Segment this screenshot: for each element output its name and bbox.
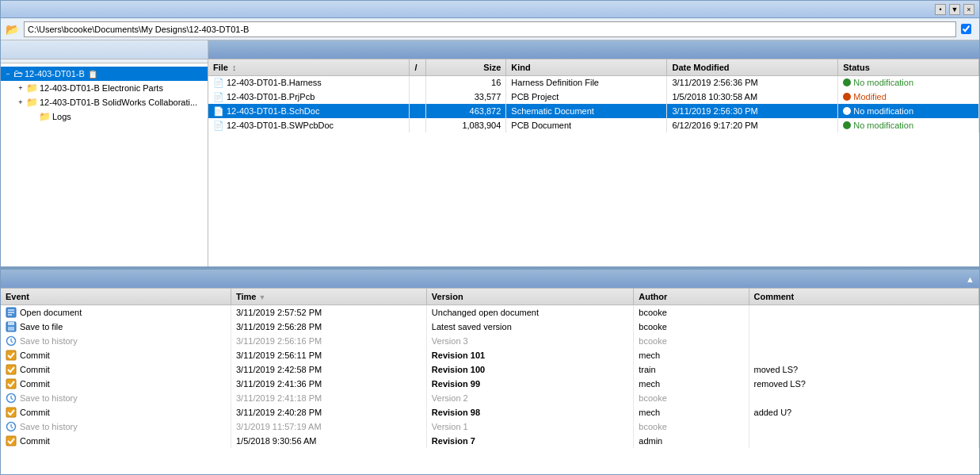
main-area: − 🗁 12-403-DT01-B 📋 + 📁 12-403-DT01-B El… — [1, 40, 979, 268]
timeline-table: Event Time ▼ Version Author Comment Open… — [1, 289, 979, 448]
file-sep-cell — [410, 118, 425, 132]
timeline-version-cell: Version 1 — [426, 419, 633, 434]
timeline-author-cell: train — [634, 362, 749, 377]
file-row-2[interactable]: 📄12-403-DT01-B.SchDoc 463,872 Schematic … — [208, 104, 979, 118]
timeline-header-row: Event Time ▼ Version Author Comment — [1, 289, 979, 305]
col-author[interactable]: Author — [634, 289, 749, 305]
timeline-comment-cell — [749, 391, 978, 405]
timeline-row-6[interactable]: Save to history 3/11/2019 2:41:18 PM Ver… — [1, 391, 979, 405]
timeline-version-cell: Unchanged open document — [426, 305, 633, 320]
timeline-panel: ▲ Event Time ▼ Version Author Comment — [1, 268, 979, 474]
timeline-version-cell: Version 2 — [426, 391, 633, 405]
timeline-time-cell: 3/11/2019 2:56:16 PM — [231, 334, 426, 348]
scroll-up-button[interactable]: ▲ — [966, 274, 974, 284]
timeline-version-cell: Revision 100 — [426, 362, 633, 377]
timeline-comment-cell: removed LS? — [749, 377, 978, 391]
col-event[interactable]: Event — [1, 289, 231, 305]
col-file[interactable]: File ↕ — [208, 59, 410, 75]
folder-item-root[interactable]: − 🗁 12-403-DT01-B 📋 — [1, 67, 208, 81]
folder-label-electronic: 12-403-DT01-B Electronic Parts — [40, 83, 163, 93]
folders-tree: − 🗁 12-403-DT01-B 📋 + 📁 12-403-DT01-B El… — [1, 63, 208, 266]
expand-root[interactable]: − — [4, 70, 12, 78]
timeline-author-cell: bcooke — [634, 305, 749, 320]
timeline-row-4[interactable]: Commit 3/11/2019 2:42:58 PM Revision 100… — [1, 362, 979, 377]
filter-checkbox[interactable] — [961, 24, 971, 34]
folder-doc-icon: 📋 — [88, 70, 97, 79]
col-kind[interactable]: Kind — [506, 59, 667, 75]
timeline-event-cell: Commit — [1, 405, 231, 419]
folder-item-logs[interactable]: + 📁 Logs — [1, 109, 208, 124]
file-sep-cell — [410, 104, 425, 118]
timeline-event-cell: Commit — [1, 348, 231, 362]
timeline-comment-cell — [749, 334, 978, 348]
col-date[interactable]: Date Modified — [667, 59, 838, 75]
timeline-event-cell: Open document — [1, 305, 231, 320]
file-kind-cell: PCB Project — [506, 90, 667, 104]
file-row-0[interactable]: 📄12-403-DT01-B.Harness 16 Harness Defini… — [208, 75, 979, 90]
timeline-author-cell: mech — [634, 377, 749, 391]
file-name-cell: 📄12-403-DT01-B.SchDoc — [208, 104, 410, 118]
timeline-row-9[interactable]: Commit 1/5/2018 9:30:56 AM Revision 7 ad… — [1, 434, 979, 448]
files-table-header-row: File ↕ / Size Kind Date Modified Status — [208, 59, 979, 75]
expand-electronic[interactable]: + — [17, 84, 25, 92]
timeline-time-cell: 1/5/2018 9:30:56 AM — [231, 434, 426, 448]
file-kind-cell: PCB Document — [506, 118, 667, 132]
timeline-author-cell: bcooke — [634, 320, 749, 334]
timeline-row-2[interactable]: Save to history 3/11/2019 2:56:16 PM Ver… — [1, 334, 979, 348]
timeline-version-cell: Revision 101 — [426, 348, 633, 362]
file-status-cell: No modification — [838, 75, 979, 90]
timeline-table-area[interactable]: Event Time ▼ Version Author Comment Open… — [1, 289, 979, 474]
timeline-row-5[interactable]: Commit 3/11/2019 2:41:36 PM Revision 99 … — [1, 377, 979, 391]
file-status-cell: No modification — [838, 104, 979, 118]
timeline-author-cell: bcooke — [634, 391, 749, 405]
close-button[interactable]: × — [963, 4, 974, 15]
path-input[interactable] — [24, 21, 956, 37]
timeline-comment-cell — [749, 348, 978, 362]
folder-item-electronic[interactable]: + 📁 12-403-DT01-B Electronic Parts — [1, 81, 208, 95]
timeline-row-0[interactable]: Open document 3/11/2019 2:57:52 PM Uncha… — [1, 305, 979, 320]
timeline-author-cell: bcooke — [634, 419, 749, 434]
files-table[interactable]: File ↕ / Size Kind Date Modified Status … — [208, 59, 979, 266]
file-name-cell: 📄12-403-DT01-B.PrjPcb — [208, 90, 410, 104]
timeline-author-cell: mech — [634, 405, 749, 419]
timeline-time-cell: 3/11/2019 2:56:11 PM — [231, 348, 426, 362]
svg-rect-10 — [6, 379, 16, 389]
filter-checkbox-area — [961, 24, 974, 34]
file-size-cell: 1,083,904 — [425, 118, 506, 132]
timeline-comment-cell — [749, 320, 978, 334]
pin-button[interactable]: • — [935, 4, 946, 15]
folder-icon-root: 🗁 — [13, 68, 23, 79]
file-row-3[interactable]: 📄12-403-DT01-B.SWPcbDoc 1,083,904 PCB Do… — [208, 118, 979, 132]
project-files-header — [208, 40, 979, 59]
svg-rect-5 — [8, 322, 14, 325]
timeline-time-cell: 3/11/2019 2:40:28 PM — [231, 405, 426, 419]
expand-solidworks[interactable]: + — [17, 98, 25, 106]
file-row-1[interactable]: 📄12-403-DT01-B.PrjPcb 33,577 PCB Project… — [208, 90, 979, 104]
timeline-row-1[interactable]: Save to file 3/11/2019 2:56:28 PM Latest… — [1, 320, 979, 334]
folder-label-logs: Logs — [52, 112, 71, 121]
col-size[interactable]: Size — [425, 59, 506, 75]
file-name-cell: 📄12-403-DT01-B.SWPcbDoc — [208, 118, 410, 132]
timeline-version-cell: Revision 99 — [426, 377, 633, 391]
timeline-row-8[interactable]: Save to history 3/1/2019 11:57:19 AM Ver… — [1, 419, 979, 434]
timeline-time-cell: 3/11/2019 2:41:36 PM — [231, 377, 426, 391]
project-files-table: File ↕ / Size Kind Date Modified Status … — [208, 59, 979, 132]
timeline-comment-cell — [749, 419, 978, 434]
file-date-cell: 3/11/2019 2:56:36 PM — [667, 75, 838, 90]
col-time[interactable]: Time ▼ — [231, 289, 426, 305]
col-status[interactable]: Status — [838, 59, 979, 75]
col-version[interactable]: Version — [426, 289, 633, 305]
folder-item-solidworks[interactable]: + 📁 12-403-DT01-B SolidWorks Collaborati… — [1, 95, 208, 109]
timeline-comment-cell: moved LS? — [749, 362, 978, 377]
col-comment[interactable]: Comment — [749, 289, 978, 305]
timeline-row-7[interactable]: Commit 3/11/2019 2:40:28 PM Revision 98 … — [1, 405, 979, 419]
window-controls: • ▼ × — [935, 4, 974, 15]
timeline-row-3[interactable]: Commit 3/11/2019 2:56:11 PM Revision 101… — [1, 348, 979, 362]
timeline-comment-cell — [749, 434, 978, 448]
minimize-button[interactable]: ▼ — [949, 4, 960, 15]
toolbar: 📂 — [1, 18, 979, 40]
files-panel: File ↕ / Size Kind Date Modified Status … — [208, 40, 979, 266]
file-sep-cell — [410, 75, 425, 90]
storage-manager-window: • ▼ × 📂 — [0, 0, 980, 475]
timeline-time-cell: 3/11/2019 2:57:52 PM — [231, 305, 426, 320]
